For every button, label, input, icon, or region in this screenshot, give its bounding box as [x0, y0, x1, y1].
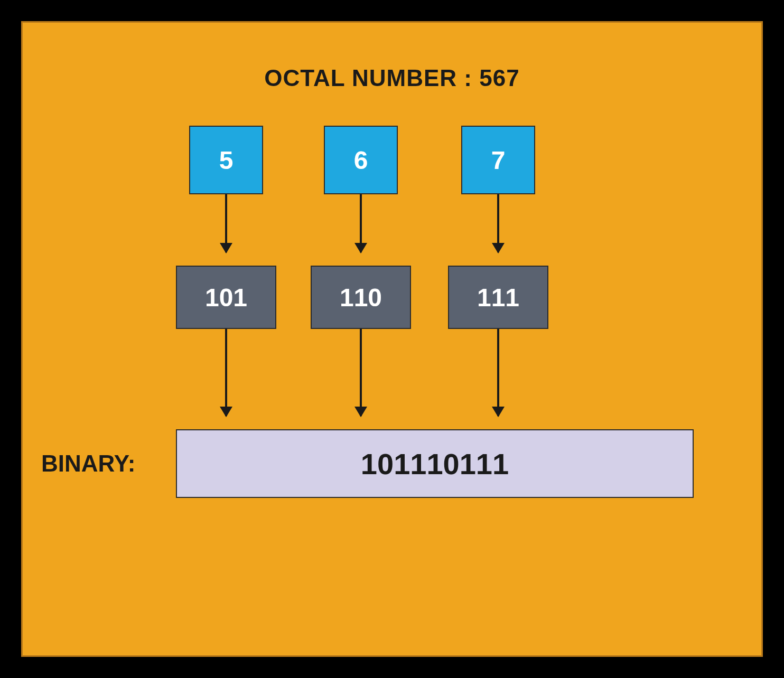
binary-group-2: 110 — [340, 283, 382, 312]
binary-group-1: 101 — [205, 283, 247, 312]
outer-frame: OCTAL NUMBER : 567 5 6 7 101 110 111 — [0, 0, 784, 678]
octal-digit-box-3: 7 — [461, 126, 535, 194]
octal-digit-1: 5 — [219, 146, 234, 175]
binary-group-3: 111 — [477, 283, 519, 312]
octal-digit-box-2: 6 — [324, 126, 398, 194]
octal-digit-2: 6 — [354, 146, 368, 175]
binary-group-box-3: 111 — [448, 266, 548, 329]
octal-digit-3: 7 — [491, 146, 506, 175]
diagram-panel: OCTAL NUMBER : 567 5 6 7 101 110 111 — [21, 21, 763, 657]
title-text: OCTAL NUMBER : 567 — [23, 65, 761, 91]
result-value: 101110111 — [361, 447, 509, 481]
result-box: 101110111 — [176, 429, 694, 498]
binary-group-box-1: 101 — [176, 266, 276, 329]
result-label: BINARY: — [41, 450, 135, 477]
binary-group-box-2: 110 — [311, 266, 411, 329]
octal-digit-box-1: 5 — [189, 126, 263, 194]
